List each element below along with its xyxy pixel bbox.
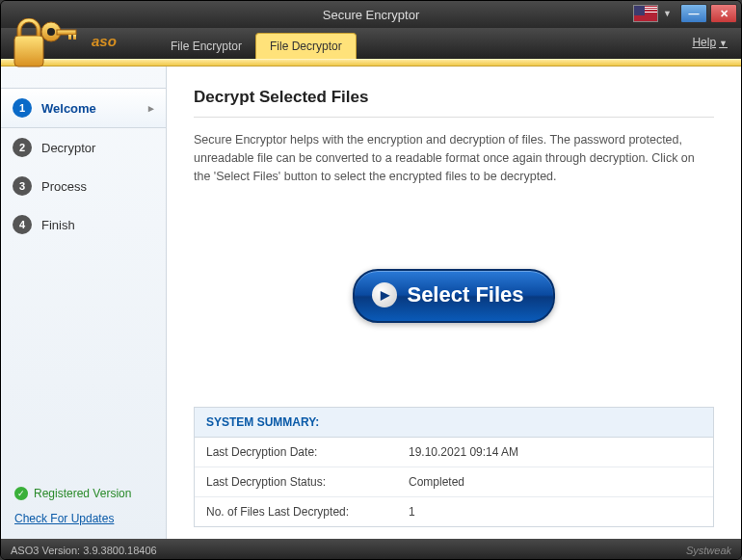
step-number: 1	[13, 98, 32, 118]
watermark: Systweak	[686, 545, 731, 556]
summary-row: Last Decryption Status: Completed	[195, 467, 713, 497]
sidebar-step-process[interactable]: 3 Process	[1, 167, 166, 205]
summary-value: 1	[409, 505, 415, 519]
key-lock-icon	[9, 18, 78, 74]
window-title: Secure Encryptor	[323, 8, 419, 22]
svg-rect-0	[14, 36, 43, 67]
step-label: Decryptor	[41, 141, 95, 155]
content-panel: Decrypt Selected Files Secure Encryptor …	[167, 67, 741, 539]
main-area: 1 Welcome 2 Decryptor 3 Process 4 Finish…	[1, 67, 741, 539]
summary-title: SYSTEM SUMMARY:	[195, 408, 713, 438]
sidebar: 1 Welcome 2 Decryptor 3 Process 4 Finish…	[1, 67, 167, 539]
chevron-down-icon: ▼	[719, 39, 728, 48]
step-label: Process	[41, 179, 87, 194]
help-label: Help	[692, 36, 716, 49]
titlebar: Secure Encryptor ▼ — ✕	[1, 1, 741, 28]
gold-divider	[1, 59, 741, 67]
registered-label: Registered Version	[34, 487, 131, 500]
header-bar: aso File Encryptor File Decryptor Help▼	[1, 28, 741, 59]
step-label: Welcome	[41, 101, 96, 116]
tab-file-encryptor[interactable]: File Encryptor	[157, 34, 255, 59]
close-button[interactable]: ✕	[710, 4, 737, 23]
registered-status: ✓ Registered Version	[14, 487, 152, 500]
svg-rect-3	[57, 30, 76, 35]
sidebar-step-welcome[interactable]: 1 Welcome	[1, 88, 166, 128]
step-number: 2	[13, 138, 32, 157]
step-label: Finish	[41, 218, 75, 232]
svg-rect-4	[68, 35, 71, 40]
svg-point-2	[47, 28, 55, 36]
tab-file-decryptor[interactable]: File Decryptor	[255, 33, 357, 59]
brand-label: aso	[92, 33, 117, 49]
summary-row: No. of Files Last Decrypted: 1	[195, 497, 713, 526]
summary-value: Completed	[409, 475, 464, 489]
summary-value: 19.10.2021 09:14 AM	[409, 445, 518, 459]
status-bar: ASO3 Version: 3.9.3800.18406 Systweak	[1, 539, 741, 560]
svg-rect-5	[73, 35, 76, 40]
summary-label: Last Decryption Date:	[206, 445, 409, 459]
page-description: Secure Encryptor helps with the encrypti…	[194, 131, 714, 185]
tab-strip: File Encryptor File Decryptor	[157, 28, 357, 59]
summary-label: No. of Files Last Decrypted:	[206, 505, 409, 519]
step-number: 3	[13, 176, 32, 196]
check-icon: ✓	[14, 487, 28, 500]
play-icon: ▶	[372, 282, 397, 307]
select-files-label: Select Files	[407, 282, 523, 307]
page-heading: Decrypt Selected Files	[194, 88, 714, 107]
minimize-button[interactable]: —	[680, 4, 707, 23]
check-updates-link[interactable]: Check For Updates	[14, 512, 152, 525]
language-dropdown-arrow[interactable]: ▼	[663, 9, 672, 18]
sidebar-step-finish[interactable]: 4 Finish	[1, 205, 166, 244]
divider	[194, 117, 714, 118]
select-files-button[interactable]: ▶ Select Files	[353, 269, 554, 323]
language-flag-icon[interactable]	[633, 5, 658, 22]
system-summary-panel: SYSTEM SUMMARY: Last Decryption Date: 19…	[194, 407, 714, 527]
sidebar-step-decryptor[interactable]: 2 Decryptor	[1, 128, 166, 167]
version-label: ASO3 Version: 3.9.3800.18406	[11, 545, 157, 556]
summary-row: Last Decryption Date: 19.10.2021 09:14 A…	[195, 438, 713, 467]
help-link[interactable]: Help▼	[692, 36, 728, 49]
summary-label: Last Decryption Status:	[206, 475, 409, 489]
step-number: 4	[13, 215, 32, 234]
